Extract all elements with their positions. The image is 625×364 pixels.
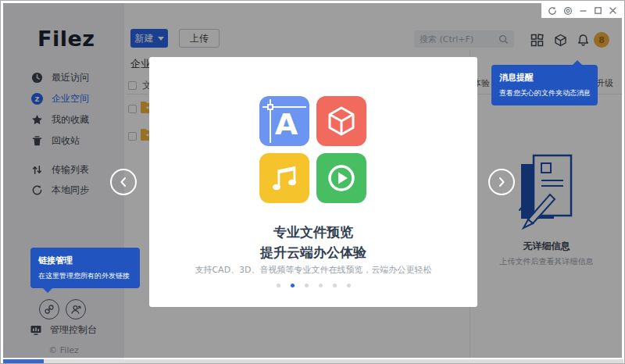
link-manager-tooltip-title: 链接管理 <box>38 255 132 266</box>
maximize-button[interactable] <box>594 6 602 15</box>
cad-letter-a: A <box>275 109 298 139</box>
window-controls <box>541 3 623 18</box>
modal-title-line2: 提升云端办公体验 <box>149 242 477 262</box>
carousel-dot[interactable] <box>305 284 309 287</box>
notification-tooltip-desc: 查看您关心的文件夹动态消息 <box>499 88 590 98</box>
link-manager-tooltip-desc: 在这里管理您所有的外发链接 <box>38 271 132 281</box>
chevron-left-icon <box>118 177 129 187</box>
notification-tooltip: 消息提醒 查看您关心的文件夹动态消息 <box>491 65 598 105</box>
modal-title-line1: 专业文件预览 <box>149 222 477 242</box>
music-tile <box>259 153 309 203</box>
cube-3d-icon <box>327 105 356 137</box>
carousel-dots <box>149 284 477 287</box>
close-button[interactable] <box>609 6 617 15</box>
refresh-button[interactable] <box>548 6 557 16</box>
minimize-button[interactable] <box>579 6 588 15</box>
settings-gear-button[interactable] <box>563 6 573 16</box>
play-icon <box>327 163 356 193</box>
cad-tile: A <box>259 96 309 146</box>
modal-title: 专业文件预览 提升云端办公体验 <box>149 222 477 262</box>
carousel-next-button[interactable] <box>488 169 515 195</box>
modal-subtitle: 支持CAD、3D、音视频等专业文件在线预览，云端办公更轻松 <box>149 264 477 276</box>
app-window: Filez 最近访问 z 企业空间 我的收藏 回收站 传输列表 本地同步 <box>0 0 625 364</box>
carousel-dot[interactable] <box>319 284 323 287</box>
chevron-right-icon <box>496 177 507 187</box>
feature-carousel-modal: A 专业文件预览 提升云端办公体验 支持CAD、3D、音视频等专业文件在线预览，… <box>149 57 477 307</box>
carousel-dot[interactable] <box>347 284 351 287</box>
carousel-prev-button[interactable] <box>110 169 137 195</box>
music-note-icon <box>270 163 298 193</box>
cad-ruler-square <box>267 104 273 110</box>
bottom-accent-bar <box>3 359 44 363</box>
carousel-dot[interactable] <box>333 284 337 287</box>
notification-tooltip-title: 消息提醒 <box>499 72 590 84</box>
3d-tile <box>316 96 366 146</box>
carousel-dot[interactable] <box>277 284 280 287</box>
link-manager-tooltip: 链接管理 在这里管理您所有的外发链接 <box>30 248 140 288</box>
window-bottom-strip <box>3 359 623 363</box>
carousel-dot[interactable] <box>291 284 295 287</box>
video-tile <box>316 153 366 203</box>
